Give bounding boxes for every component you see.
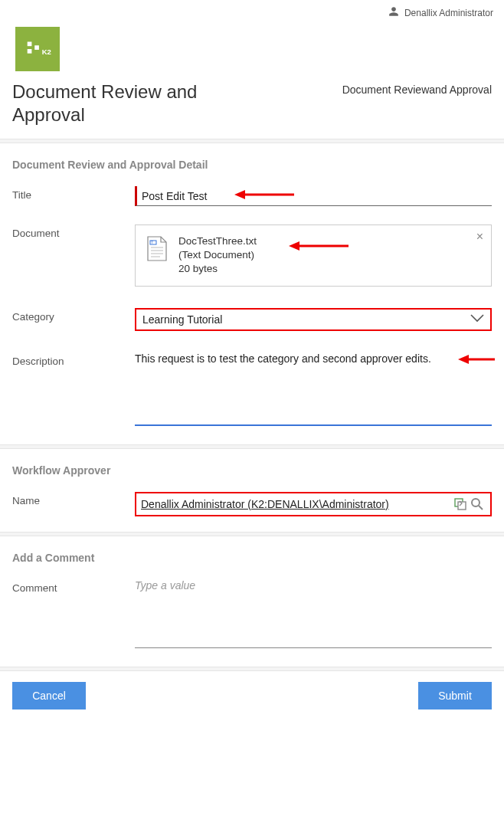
page-subtitle: Document Reviewand Approval [342,84,492,96]
row-description: Description This request is to test the … [0,337,504,432]
row-title: Title [0,180,504,212]
document-card[interactable]: T DocTestThree.txt (Text Document) 20 by… [135,224,492,287]
title-row: Document Review and Approval Document Re… [0,76,504,137]
comment-section-title: Add a Comment [0,536,504,573]
name-value: Denallix Administrator (K2:DENALLIX\Admi… [141,498,452,510]
approver-section-title: Workflow Approver [0,449,504,486]
document-kind: (Text Document) [178,248,257,262]
svg-text:T: T [151,240,153,244]
description-textarea[interactable]: This request is to test the category and… [135,352,492,426]
chevron-down-icon [470,313,484,326]
k2-logo: K2 [15,27,60,71]
svg-line-19 [479,506,483,510]
title-label: Title [12,186,135,201]
svg-rect-0 [28,42,32,47]
document-size: 20 bytes [178,262,257,276]
brand-row: K2 [0,19,504,76]
name-label: Name [12,492,135,506]
footer: Cancel Submit [0,671,504,728]
title-input[interactable] [142,190,492,202]
document-label: Document [12,224,135,239]
annotation-arrow [289,239,350,253]
resolve-icon[interactable] [452,498,469,510]
category-select[interactable]: Learning Tutorial [135,308,492,331]
svg-rect-2 [34,45,39,50]
detail-section-title: Document Review and Approval Detail [0,143,504,180]
row-document: Document T DocTestThree.txt (Text Docume… [0,212,504,293]
document-meta: DocTestThree.txt (Text Document) 20 byte… [178,234,257,277]
row-category: Category Learning Tutorial [0,293,504,337]
category-label: Category [12,308,135,323]
document-filename: DocTestThree.txt [178,234,257,248]
category-value: Learning Tutorial [142,313,470,326]
topbar: Denallix Administrator [0,0,504,19]
comment-label: Comment [12,579,135,594]
user-icon [388,6,399,19]
svg-rect-1 [28,49,32,54]
description-label: Description [12,352,135,367]
row-name: Name Denallix Administrator (K2:DENALLIX… [0,486,504,523]
name-picker[interactable]: Denallix Administrator (K2:DENALLIX\Admi… [135,492,492,516]
cancel-button[interactable]: Cancel [12,682,86,709]
file-icon: T [146,236,169,265]
search-icon[interactable] [469,497,486,511]
comment-textarea[interactable]: Type a value [135,579,492,648]
svg-marker-13 [289,241,299,251]
svg-point-18 [472,499,479,506]
remove-attachment-icon[interactable]: × [476,230,483,244]
user-name: Denallix Administrator [404,8,493,18]
page-title: Document Review and Approval [12,80,242,126]
comment-placeholder: Type a value [135,579,195,592]
title-input-wrap[interactable] [135,186,492,206]
submit-button[interactable]: Submit [418,682,492,709]
row-comment: Comment Type a value [0,573,504,654]
description-value: This request is to test the category and… [135,352,431,365]
svg-text:K2: K2 [42,48,51,56]
